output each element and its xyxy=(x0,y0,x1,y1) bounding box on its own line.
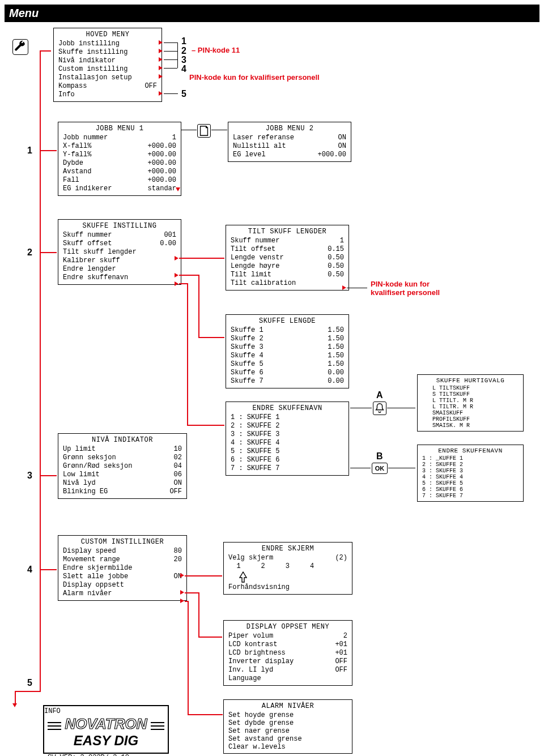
arrow-icon xyxy=(342,285,346,290)
hoved-item: Kompass xyxy=(58,82,87,91)
niva-title: NIVÅ INDIKATOR xyxy=(63,436,182,444)
hoved-item: Info xyxy=(58,91,75,99)
arrow-icon xyxy=(159,74,163,79)
jobb2-title: JOBB MENU 2 xyxy=(233,125,346,133)
endre-skjerm-box: ENDRE SKJERM Velg skjerm(2) 1 2 3 4 Forh… xyxy=(223,542,352,595)
wrench-icon xyxy=(12,39,28,55)
arrow-icon xyxy=(180,599,184,603)
arrow-icon xyxy=(176,187,180,191)
endresk2-title: ENDRE SKUFFENAVN xyxy=(422,447,518,454)
niva-indikator-box: NIVÅ INDIKATOR Up limit10 Grønn seksjon0… xyxy=(58,433,187,499)
endre-skuffenavn-2-box: ENDRE SKUFFENAVN 1 : _KUFFE 1 2 : SKUFFE… xyxy=(417,445,524,502)
bell-icon xyxy=(373,402,386,415)
sw-version: SW VER: 3.023B/ 3.10 xyxy=(48,754,129,756)
spine-1: 1 xyxy=(27,146,32,156)
diagram-canvas: HOVED MENY Jobb instilling Skuffe instil… xyxy=(5,22,539,756)
alarm-title: ALARM NIVÅER xyxy=(228,702,347,710)
dispopp-title: DISPLAY OPPSET MENY xyxy=(228,623,347,631)
tilt-title: TILT SKUFF LENGDER xyxy=(231,228,344,236)
jobb-menu-2-box: JOBB MENU 2 Laser referanseON Nullstill … xyxy=(228,122,351,162)
jobb1-title: JOBB MENU 1 xyxy=(63,125,176,133)
arrow-icon xyxy=(180,590,184,595)
arrow-icon xyxy=(175,256,178,260)
hoved-item: Installasjon setup xyxy=(58,74,132,82)
spine-5: 5 xyxy=(27,678,32,688)
display-oppset-meny-box: DISPLAY OPPSET MENY Piper volum2 LCD kon… xyxy=(223,620,352,686)
marker-B: B xyxy=(376,451,383,462)
product-text: EASY DIG xyxy=(44,733,168,749)
info-title: INFO xyxy=(44,707,168,715)
title-bar: Menu xyxy=(5,5,539,22)
info-box: INFO NOVATRON EASY DIG xyxy=(43,705,169,754)
endreskjerm-title: ENDRE SKJERM xyxy=(228,545,347,553)
endresk-title: ENDRE SKUFFENAVN xyxy=(231,404,344,412)
marker-1: 1 xyxy=(181,36,186,46)
spine-2: 2 xyxy=(27,247,32,258)
hurtig-title: SKUFFE HURTIGVALG xyxy=(422,377,518,384)
custom-instillinger-box: CUSTOM INSTILLINGER Display speed80 Move… xyxy=(58,535,187,601)
spine-3: 3 xyxy=(27,471,32,481)
custom-title: CUSTOM INSTILLINGER xyxy=(63,538,182,546)
spine-4: 4 xyxy=(27,565,32,575)
arrow-icon xyxy=(159,49,163,53)
arrow-icon xyxy=(180,573,184,578)
hoved-item: Skuffe instilling xyxy=(58,48,128,57)
skuffe-instilling-box: SKUFFE INSTILLING Skuff nummer001 Skuff … xyxy=(58,219,181,285)
arrow-icon xyxy=(159,57,163,62)
arrow-icon xyxy=(159,66,163,70)
endre-skuffenavn-box: ENDRE SKUFFENAVN 1 : SKUFFE 1 2 : SKUFFE… xyxy=(226,402,349,476)
marker-A: A xyxy=(376,390,383,400)
marker-5: 5 xyxy=(181,89,186,99)
skuffe-title: SKUFFE INSTILLING xyxy=(63,222,176,230)
alarm-nivaer-box: ALARM NIVÅER Set hoyde grense Set dybde … xyxy=(223,699,352,754)
ann-pin-qualified: PIN-kode kun for kvalifisert personell xyxy=(189,73,320,82)
ann-tilt: PIN-kode kun for kvalifisert personell xyxy=(371,280,440,297)
arrow-icon xyxy=(12,703,17,707)
ok-button-icon: OK xyxy=(372,463,388,474)
hoved-item: Custom instilling xyxy=(58,65,128,74)
jobb-menu-1-box: JOBB MENU 1 Jobb nummer1 X-fall%+000.00 … xyxy=(58,122,181,196)
arrow-icon xyxy=(175,273,178,277)
hoved-item: Nivå indikator xyxy=(58,57,116,65)
page-icon xyxy=(197,124,211,138)
skuffelen-title: SKUFFE LENGDE xyxy=(231,317,344,325)
skuffe-hurtigvalg-box: SKUFFE HURTIGVALG L TILTSKUFF S TILTSKUF… xyxy=(417,374,524,432)
tilt-skuff-lengder-box: TILT SKUFF LENGDER Skuff nummer1 Tilt of… xyxy=(226,225,349,291)
hoved-meny-box: HOVED MENY Jobb instilling Skuffe instil… xyxy=(53,28,162,102)
ann-pin11: – PIN-kode 11 xyxy=(192,46,240,54)
arrow-icon xyxy=(175,281,178,286)
hoved-meny-title: HOVED MENY xyxy=(58,31,157,39)
skuffe-lengde-box: SKUFFE LENGDE Skuffe 11.50 Skuffe 21.50 … xyxy=(226,314,349,388)
marker-4: 4 xyxy=(181,64,186,74)
hoved-item: Jobb instilling xyxy=(58,40,120,48)
brand-text: NOVATRON xyxy=(44,715,168,733)
arrow-icon xyxy=(159,40,163,45)
arrow-icon xyxy=(159,91,163,96)
